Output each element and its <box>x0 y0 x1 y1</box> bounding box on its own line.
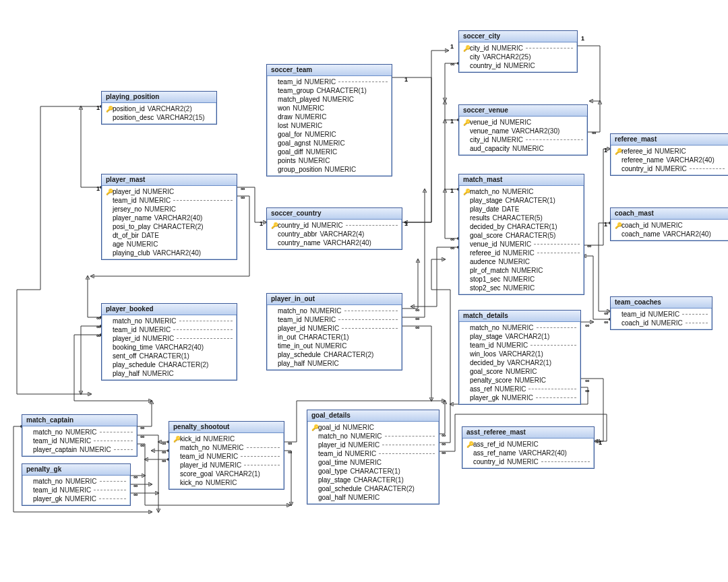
entity-columns: 🔑coach_idNUMERICcoach_nameVARCHAR2(40) <box>611 220 728 240</box>
column-row: playing_clubVARCHAR2(40) <box>104 249 234 257</box>
entity-team_coaches[interactable]: team_coachesteam_idNUMERICcoach_idNUMERI… <box>610 296 712 330</box>
primary-key-icon: 🔑 <box>173 435 180 443</box>
column-name: venue_name <box>470 127 512 135</box>
column-type: NUMERIC <box>60 437 92 445</box>
column-row: country_idNUMERIC <box>462 61 574 70</box>
column-name: play_half <box>278 360 307 368</box>
column-name: play_stage <box>318 476 353 484</box>
column-row: play_stageCHARACTER(1) <box>462 196 581 205</box>
column-type: NUMERIC <box>500 240 532 249</box>
column-name: ass_ref_id <box>473 441 507 449</box>
column-row: venue_nameVARCHAR2(30) <box>462 127 584 135</box>
column-row: ass_refNUMERIC <box>462 385 578 393</box>
column-row: 🔑position_idVARCHAR2(2) <box>104 104 214 113</box>
entity-soccer_venue[interactable]: soccer_venue🔑venue_idNUMERICvenue_nameVA… <box>458 104 588 156</box>
entity-match_mast[interactable]: match_mast🔑match_noNUMERICplay_stageCHAR… <box>458 174 584 295</box>
cardinality-label: ∞ <box>162 449 166 455</box>
column-type: NUMERIC <box>348 441 380 449</box>
column-row: country_idNUMERIC <box>613 164 726 173</box>
entity-goal_details[interactable]: goal_details🔑goal_idNUMERICmatch_noNUMER… <box>307 410 439 505</box>
entity-player_mast[interactable]: player_mast🔑player_idNUMERICteam_idNUMER… <box>101 174 237 260</box>
column-row: venue_idNUMERIC <box>462 240 581 249</box>
cardinality-label: ∞ <box>450 236 454 243</box>
column-row: player_nameVARCHAR2(40) <box>104 214 234 222</box>
column-type: CHARACTER(1) <box>139 352 189 360</box>
column-row: group_positionNUMERIC <box>270 165 389 174</box>
column-name: city <box>470 53 483 61</box>
column-type: NUMERIC <box>143 335 175 343</box>
column-row: coach_idNUMERIC <box>613 319 709 327</box>
column-name: player_id <box>278 325 308 333</box>
column-row: 🔑city_idNUMERIC <box>462 44 574 53</box>
column-type: VARCHAR2(40) <box>663 230 711 238</box>
column-row: play_dateDATE <box>462 205 581 214</box>
entity-match_captain[interactable]: match_captainmatch_noNUMERICteam_idNUMER… <box>22 414 138 457</box>
column-type: NUMERIC <box>506 368 537 376</box>
column-type: NUMERIC <box>322 96 354 104</box>
column-name: points <box>278 157 299 165</box>
entity-match_details[interactable]: match_detailsmatch_noNUMERICplay_stageVA… <box>458 310 581 405</box>
entity-penalty_gk[interactable]: penalty_gkmatch_noNUMERICteam_idNUMERICp… <box>22 463 131 506</box>
column-type: VARCHAR2(4) <box>320 230 364 238</box>
entity-soccer_team[interactable]: soccer_teamteam_idNUMERICteam_groupCHARA… <box>266 64 392 176</box>
column-type: NUMERIC <box>512 267 543 275</box>
column-row: pointsNUMERIC <box>270 156 389 165</box>
column-name: coach_id <box>621 319 651 327</box>
column-type: NUMERIC <box>306 148 338 156</box>
primary-key-icon: 🔑 <box>106 105 113 113</box>
entity-penalty_shootout[interactable]: penalty_shootout🔑kick_idNUMERICmatch_noN… <box>169 421 284 490</box>
entity-title: match_details <box>459 311 580 322</box>
cardinality-label: ∞ <box>140 424 144 431</box>
column-name: group_position <box>278 166 325 174</box>
column-type: NUMERIC <box>504 62 535 70</box>
column-type: DATE <box>502 205 519 214</box>
column-row: country_nameVARCHAR2(40) <box>270 238 399 247</box>
column-name: match_no <box>278 307 310 315</box>
column-name: team_group <box>278 87 316 95</box>
entity-title: match_captain <box>22 415 137 426</box>
entity-title: player_in_out <box>267 294 402 305</box>
column-row: play_halfNUMERIC <box>270 359 399 368</box>
column-row: referee_nameVARCHAR2(40) <box>613 156 726 164</box>
column-row: position_descVARCHAR2(15) <box>104 113 214 122</box>
column-type: NUMERIC <box>503 249 535 257</box>
cardinality-label: ∞ <box>96 332 100 339</box>
entity-columns: match_noNUMERICteam_idNUMERICplayer_gkNU… <box>22 476 130 505</box>
column-type: VARCHAR2(40) <box>666 156 715 164</box>
column-type: NUMERIC <box>504 276 535 284</box>
column-name: venue_id <box>470 119 500 127</box>
column-type: NUMERIC <box>507 441 539 449</box>
cardinality-label: ∞ <box>96 323 100 330</box>
column-type: DATE <box>142 232 159 240</box>
column-row: decided_byCHARACTER(1) <box>462 222 581 231</box>
column-type: NUMERIC <box>140 326 171 334</box>
column-row: decided_byVARCHAR2(1) <box>462 358 578 367</box>
cardinality-label: 1 <box>581 35 584 42</box>
entity-referee_mast[interactable]: referee_mast🔑referee_idNUMERICreferee_na… <box>610 133 728 176</box>
cardinality-label: ∞ <box>288 440 292 447</box>
entity-coach_mast[interactable]: coach_mast🔑coach_idNUMERICcoach_nameVARC… <box>610 207 728 241</box>
column-row: goal_halfNUMERIC <box>310 493 436 502</box>
entity-asst_referee_mast[interactable]: asst_referee_mast🔑ass_ref_idNUMERICass_r… <box>462 426 595 469</box>
entity-player_booked[interactable]: player_bookedmatch_noNUMERICteam_idNUMER… <box>101 303 237 381</box>
column-name: match_no <box>470 324 502 332</box>
entity-player_in_out[interactable]: player_in_outmatch_noNUMERICteam_idNUMER… <box>266 293 402 370</box>
column-name: time_in_out <box>278 342 315 350</box>
cardinality-label: ∞ <box>140 433 144 440</box>
cardinality-label: 1 <box>96 104 100 111</box>
column-name: results <box>470 214 492 222</box>
cardinality-label: 1 <box>404 76 408 83</box>
cardinality-label: ∞ <box>442 449 446 456</box>
column-name: lost <box>278 122 291 130</box>
column-row: 🔑referee_idNUMERIC <box>613 147 726 156</box>
entity-playing_position[interactable]: playing_position🔑position_idVARCHAR2(2)p… <box>101 91 217 125</box>
column-name: match_played <box>278 96 322 104</box>
column-row: goal_scheduleCHARACTER(2) <box>310 484 436 493</box>
column-type: NUMERIC <box>495 385 526 393</box>
column-name: win_loos <box>470 350 499 358</box>
entity-soccer_country[interactable]: soccer_country🔑country_idNUMERICcountry_… <box>266 207 402 250</box>
column-type: CHARACTER(2) <box>365 485 415 493</box>
entity-soccer_city[interactable]: soccer_city🔑city_idNUMERICcityVARCHAR2(2… <box>458 30 578 73</box>
column-type: NUMERIC <box>65 428 97 437</box>
column-row: 🔑venue_idNUMERIC <box>462 118 584 127</box>
